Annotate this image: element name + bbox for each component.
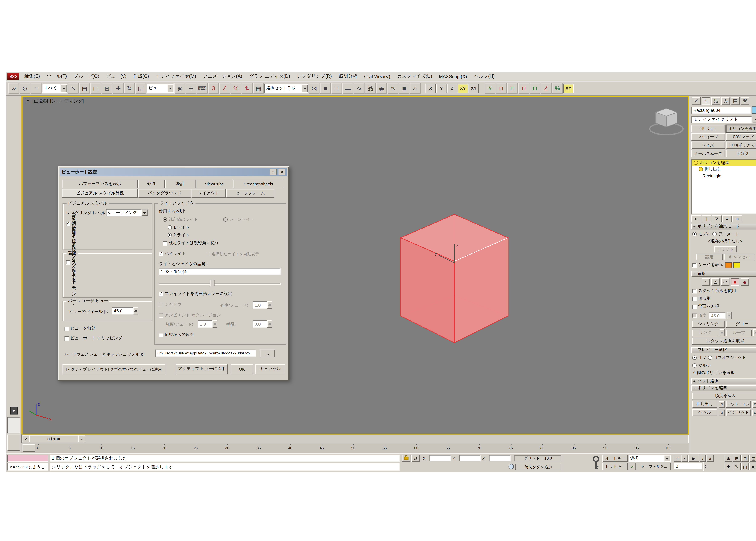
inset-settings-button[interactable]: □ <box>752 409 756 416</box>
zoom-icon[interactable]: ⊕ <box>725 454 732 462</box>
checkbox-box[interactable] <box>692 289 697 293</box>
auto-display-selected-lights-checkbox[interactable]: 選択したライトを自動表示 <box>206 251 259 257</box>
checkbox-box[interactable] <box>159 302 163 307</box>
track-bar[interactable]: 0510152025303540455055606570758085909510… <box>21 443 689 453</box>
next-frame-button[interactable]: > <box>78 435 85 442</box>
apply-to-all-views-button[interactable]: [アクティブ レイアウト] タブのすべてのビューに適用 <box>63 364 165 374</box>
shader-cache-field[interactable]: C:¥Users¥cubica¥AppData¥Local¥Autodesk¥3… <box>156 350 256 357</box>
modifier-button[interactable]: 押し出し <box>691 125 725 132</box>
set-key-mode-button[interactable]: セットキー <box>602 463 628 470</box>
align-icon[interactable]: ≡ <box>320 83 331 94</box>
dialog-tab[interactable]: セーフフレーム <box>226 189 274 198</box>
ao-fade-spinner[interactable] <box>213 320 218 327</box>
chevron-down-icon[interactable] <box>302 85 308 92</box>
snap-magnet-standard-icon[interactable]: ⊓ <box>496 83 507 94</box>
highlight-checkbox[interactable]: ハイライト <box>159 251 186 257</box>
checkbox-box[interactable] <box>65 326 69 331</box>
ambient-occlusion-checkbox[interactable]: アンビエント オクルージョン <box>159 312 221 319</box>
keyboard-override-icon[interactable]: ⌨ <box>197 83 208 94</box>
frame-spinner[interactable] <box>703 462 704 471</box>
previous-frame-button[interactable]: < <box>23 435 29 442</box>
vertex-subobject-icon[interactable]: ∴ <box>702 278 710 285</box>
cage-selected-color-swatch[interactable] <box>733 262 740 268</box>
selection-region-icon[interactable]: ▢ <box>90 83 101 94</box>
y-coordinate-field[interactable] <box>459 455 481 461</box>
commit-button[interactable]: コミット <box>714 246 736 253</box>
checkbox-box[interactable] <box>692 304 697 309</box>
zoom-extents-all-icon[interactable]: ⊡ <box>741 454 749 462</box>
set-key-button[interactable] <box>591 455 601 471</box>
visibility-bulb-icon[interactable] <box>694 161 698 165</box>
checkbox-box[interactable] <box>692 263 697 267</box>
snap-toggle-3d-icon[interactable]: 3 <box>208 83 219 94</box>
use-stack-selection-checkbox[interactable]: スタック選択を使用 <box>692 287 756 295</box>
maximize-viewport-toggle-icon[interactable]: ▣ <box>749 463 756 470</box>
checkbox-box[interactable] <box>66 222 70 226</box>
auto-key-button[interactable]: オートキー <box>602 454 628 462</box>
select-by-name-icon[interactable]: ▤ <box>79 83 90 94</box>
orbit-viewport-icon[interactable]: ↻ <box>733 463 741 470</box>
angle-checkbox[interactable]: 角度: <box>692 312 708 319</box>
browse-button[interactable]: ... <box>260 350 275 357</box>
visibility-bulb-icon[interactable] <box>699 167 703 172</box>
rendered-frame-icon[interactable]: ▣ <box>399 83 409 94</box>
bevel-button[interactable]: ベベル <box>692 409 717 416</box>
mirror-icon[interactable]: ⋈ <box>309 83 320 94</box>
chevron-down-icon[interactable] <box>61 85 67 92</box>
menu-item[interactable]: レンダリング(R) <box>294 72 335 81</box>
menu-item[interactable]: MAXScript(X) <box>435 72 470 81</box>
spinner-snap-icon[interactable]: ⇅ <box>242 83 253 94</box>
checkbox-box[interactable] <box>692 296 697 301</box>
angle-snap-icon[interactable]: ∠ <box>219 83 230 94</box>
help-icon[interactable]: ? <box>270 169 277 175</box>
layer-manager-icon[interactable]: ≣ <box>331 83 342 94</box>
axis-xy-button[interactable]: XY <box>458 84 468 93</box>
modifier-button[interactable]: UVW マップ <box>726 133 756 141</box>
selection-filter-dropdown[interactable]: すべて <box>42 84 67 93</box>
z-coordinate-field[interactable] <box>489 455 510 461</box>
radius-field[interactable]: 3.0 <box>253 320 267 327</box>
select-object-icon[interactable]: ↖ <box>68 83 79 94</box>
make-unique-icon[interactable]: ∇ <box>712 215 722 222</box>
remove-modifier-icon[interactable]: ✗ <box>722 215 732 222</box>
checkbox-box[interactable] <box>159 333 163 337</box>
object-color-swatch[interactable] <box>752 106 756 114</box>
bind-to-spacewarp-icon[interactable]: ≈ <box>31 83 42 94</box>
x-coordinate-field[interactable] <box>429 455 451 461</box>
ring-spinner[interactable] <box>720 329 725 336</box>
chevron-down-icon[interactable] <box>141 210 148 216</box>
menu-item[interactable]: ツール(T) <box>43 72 70 81</box>
window-crossing-icon[interactable]: ⊞ <box>102 83 112 94</box>
dialog-tab[interactable]: パフォーマンスを表示 <box>62 180 138 189</box>
dialog-tab[interactable]: 統計 <box>165 180 195 189</box>
next-frame-button[interactable]: › <box>700 454 706 462</box>
cage-color-swatch[interactable] <box>725 262 732 268</box>
chevron-down-icon[interactable] <box>753 116 756 123</box>
shadow-fade-spinner[interactable] <box>267 301 272 308</box>
axis-y-button[interactable]: Y <box>436 84 446 93</box>
dialog-tab[interactable]: ビジュアル スタイル外観 <box>62 189 138 198</box>
radio-dot[interactable] <box>223 217 228 222</box>
checkbox-box[interactable] <box>159 252 163 256</box>
preview-multi-radio[interactable]: マルチ <box>692 362 711 369</box>
outline-button[interactable]: アウトライン <box>726 401 751 408</box>
add-time-tag[interactable]: 時間タグを追加 <box>515 464 561 470</box>
select-rotate-icon[interactable]: ↻ <box>124 83 135 94</box>
animate-radio[interactable]: アニメート <box>712 231 739 237</box>
axis-z-button[interactable]: Z <box>447 84 457 93</box>
snap-percent-2-icon[interactable]: % <box>552 83 563 94</box>
one-light-radio[interactable]: 1 ライト <box>168 224 190 231</box>
disable-view-checkbox[interactable]: ビューを無効 <box>65 325 96 332</box>
menu-item[interactable]: グループ(G) <box>70 72 103 81</box>
material-editor-icon[interactable]: ◉ <box>376 83 387 94</box>
selection-lock-icon[interactable] <box>402 454 410 462</box>
two-lights-radio[interactable]: 2 ライト <box>168 232 190 238</box>
rollout-header[interactable]: ポリゴンを編集 <box>691 385 756 391</box>
snap-angle-2-icon[interactable]: ∠ <box>541 83 551 94</box>
environment-reflection-checkbox[interactable]: 環境からの反射 <box>159 331 194 338</box>
modifier-button[interactable]: ポリゴンを編集 <box>726 125 756 132</box>
shade-selected-objects-checkbox[interactable]: 選択したオブジェクトをシェード <box>66 258 76 266</box>
render-setup-icon[interactable]: ♨ <box>387 83 398 94</box>
light-quality-slider[interactable] <box>159 280 281 286</box>
select-scale-icon[interactable]: ◱ <box>135 83 146 94</box>
